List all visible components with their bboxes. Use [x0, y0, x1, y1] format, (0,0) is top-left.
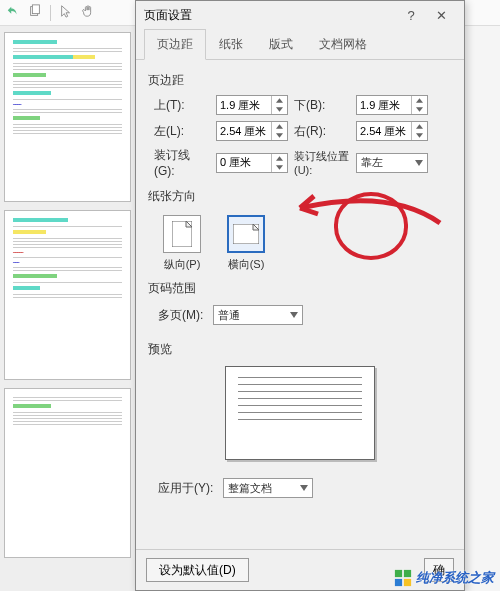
set-default-button[interactable]: 设为默认值(D): [146, 558, 249, 582]
svg-rect-4: [395, 570, 402, 577]
tab-grid[interactable]: 文档网格: [306, 29, 380, 59]
apply-to-label: 应用于(Y):: [158, 480, 213, 497]
svg-rect-6: [395, 579, 402, 586]
gutter-pos-label: 装订线位置(U):: [294, 149, 350, 176]
gutter-label: 装订线(G):: [154, 147, 210, 178]
right-margin-input[interactable]: [356, 121, 428, 141]
multipage-label: 多页(M):: [158, 307, 203, 324]
tab-margins[interactable]: 页边距: [144, 29, 206, 60]
windows-icon: [394, 569, 412, 587]
page-thumbnail[interactable]: ━━━━: [4, 32, 131, 202]
page-thumbnail[interactable]: [4, 388, 131, 558]
left-margin-label: 左(L):: [154, 123, 210, 140]
landscape-icon: [233, 224, 259, 244]
top-margin-label: 上(T):: [154, 97, 210, 114]
dialog-title: 页面设置: [144, 7, 396, 24]
preview-box: [225, 366, 375, 460]
bottom-margin-input[interactable]: [356, 95, 428, 115]
tab-layout[interactable]: 版式: [256, 29, 306, 59]
dialog-titlebar: 页面设置 ? ✕: [136, 1, 464, 29]
orientation-section-label: 纸张方向: [148, 188, 452, 205]
watermark: 纯净系统之家: [394, 569, 494, 587]
copy-icon[interactable]: [28, 4, 42, 22]
close-button[interactable]: ✕: [426, 8, 456, 23]
apply-to-combo[interactable]: 整篇文档: [223, 478, 313, 498]
portrait-icon: [172, 221, 192, 247]
top-margin-input[interactable]: [216, 95, 288, 115]
page-setup-dialog: 页面设置 ? ✕ 页边距 纸张 版式 文档网格 页边距 上(T): 下(B): …: [135, 0, 465, 591]
gutter-input[interactable]: [216, 153, 288, 173]
hand-icon[interactable]: [81, 4, 95, 22]
tab-paper[interactable]: 纸张: [206, 29, 256, 59]
multipage-combo[interactable]: 普通: [213, 305, 303, 325]
orientation-portrait[interactable]: 纵向(P): [158, 215, 206, 272]
svg-rect-5: [404, 570, 411, 577]
dialog-tabs: 页边距 纸张 版式 文档网格: [136, 29, 464, 60]
left-margin-input[interactable]: [216, 121, 288, 141]
right-margin-label: 右(R):: [294, 123, 350, 140]
cursor-icon[interactable]: [59, 4, 73, 22]
gutter-pos-combo[interactable]: 靠左: [356, 153, 428, 173]
page-thumbnail[interactable]: ━━━━━ ━━━: [4, 210, 131, 380]
margins-section-label: 页边距: [148, 72, 452, 89]
thumbnail-panel: ━━━━ ━━━━━ ━━━: [0, 26, 135, 591]
bottom-margin-label: 下(B):: [294, 97, 350, 114]
undo-icon[interactable]: [6, 4, 20, 22]
preview-section-label: 预览: [148, 341, 452, 358]
svg-rect-1: [32, 4, 39, 13]
orientation-landscape[interactable]: 横向(S): [222, 215, 270, 272]
page-range-section-label: 页码范围: [148, 280, 452, 297]
help-button[interactable]: ?: [396, 8, 426, 23]
svg-rect-7: [404, 579, 411, 586]
